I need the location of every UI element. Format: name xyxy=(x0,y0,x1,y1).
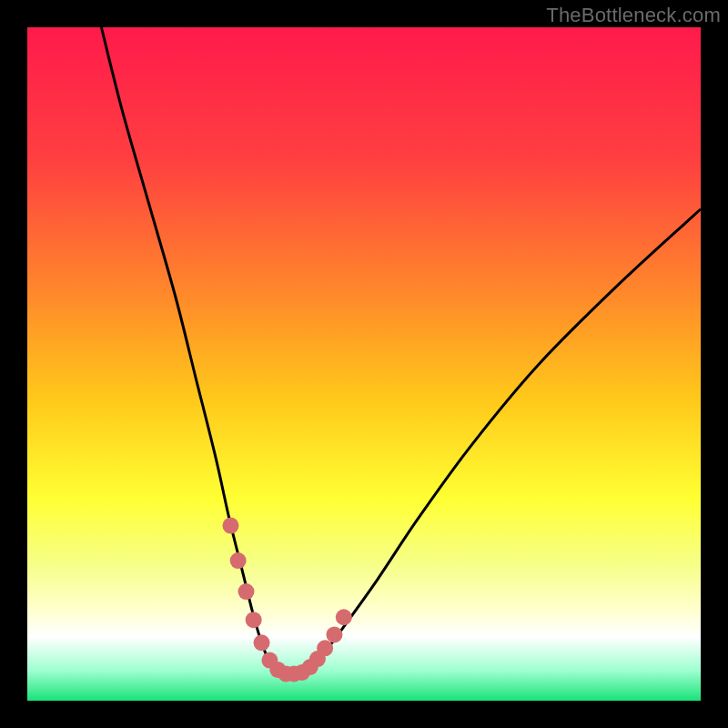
valley-marker xyxy=(336,609,352,625)
valley-marker xyxy=(254,634,270,651)
valley-marker xyxy=(230,552,247,569)
valley-marker xyxy=(246,612,262,628)
bottleneck-chart xyxy=(27,27,701,701)
valley-marker xyxy=(222,518,238,534)
valley-marker xyxy=(317,640,333,656)
valley-marker xyxy=(238,583,255,600)
chart-stage: TheBottleneck.com xyxy=(0,0,728,728)
valley-marker xyxy=(326,626,342,642)
watermark-text: TheBottleneck.com xyxy=(546,4,721,27)
